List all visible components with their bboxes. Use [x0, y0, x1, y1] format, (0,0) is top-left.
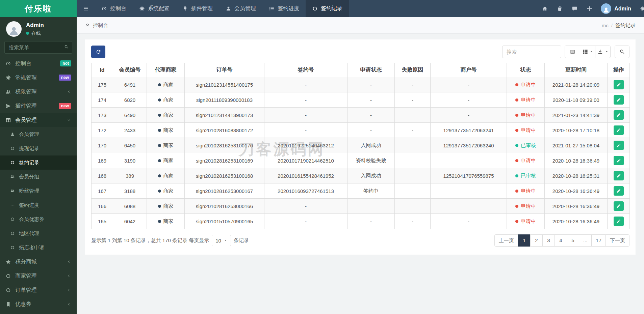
submenu-item-sign-progress[interactable]: 签约进度 — [0, 198, 77, 212]
nav-item-sign-records[interactable]: 签约记录 — [306, 0, 349, 17]
page-size-value: 10 — [215, 238, 221, 244]
pagination-page[interactable]: 3 — [542, 234, 555, 247]
home-button[interactable] — [537, 0, 552, 17]
pencil-icon — [616, 158, 621, 163]
nav-item-console[interactable]: 控制台 — [95, 0, 133, 17]
list-alt-icon — [570, 49, 575, 55]
sidebar-item-coupons[interactable]: 优惠券 — [0, 297, 77, 311]
fullscreen-button[interactable] — [582, 0, 597, 17]
tasks-icon — [269, 6, 275, 11]
record-summary: 显示第 1 到第 10 条记录，总共 170 条记录 每页显示 — [91, 237, 209, 244]
cell-updated-time: 2020-11-18 09:39:00 — [545, 92, 608, 108]
circle-icon — [5, 287, 11, 293]
column-header-order-no[interactable]: 订单号 — [185, 63, 264, 77]
submenu-item-member-groups[interactable]: 会员分组 — [0, 170, 77, 184]
submenu-item-region-agents[interactable]: 地区代理 — [0, 226, 77, 240]
edit-button[interactable] — [614, 201, 624, 211]
pagination-page[interactable]: 5 — [567, 234, 579, 247]
submenu-item-sign-records[interactable]: 签约记录 — [0, 155, 77, 170]
table-search-input[interactable] — [502, 46, 561, 58]
column-header-id[interactable]: Id — [92, 63, 113, 77]
nav-item-sign-progress[interactable]: 签约进度 — [262, 0, 306, 17]
plane-icon — [5, 103, 11, 109]
submenu-item-shop-applications[interactable]: 拓店者申请 — [0, 240, 77, 255]
edit-button[interactable] — [614, 186, 624, 196]
pagination-page[interactable]: 4 — [555, 234, 567, 247]
sidebar-toggle-button[interactable] — [77, 0, 95, 17]
page-size-select[interactable]: 10 — [212, 235, 231, 246]
sidebar-item-permissions[interactable]: 权限管理 — [0, 85, 77, 99]
column-header-merchant-no[interactable]: 商户号 — [431, 63, 507, 77]
sidebar-item-orders[interactable]: 订单管理 — [0, 283, 77, 297]
cell-merchant-no — [431, 183, 507, 199]
pagination-page[interactable]: 2 — [530, 234, 543, 247]
menu-search-input[interactable] — [4, 41, 72, 54]
edit-button[interactable] — [614, 217, 624, 226]
nav-item-plugins[interactable]: 插件管理 — [176, 0, 219, 17]
edit-button[interactable] — [614, 156, 624, 165]
column-header-status[interactable]: 状态 — [507, 63, 545, 77]
pagination-prev[interactable]: 上一页 — [494, 234, 518, 247]
sidebar-item-points-mall[interactable]: 积分商城 — [0, 255, 77, 269]
cell-apply-status: 资料校验失败 — [347, 153, 395, 168]
sidebar-item-members[interactable]: 会员管理 — [0, 113, 77, 127]
submenu-item-fans[interactable]: 粉丝管理 — [0, 184, 77, 198]
message-button[interactable] — [567, 0, 582, 17]
cell-order-no: sign20102816083800172 — [185, 123, 264, 138]
circle-icon — [10, 245, 15, 250]
online-status-label: 在线 — [31, 30, 41, 36]
cell-apply-status: - — [347, 214, 395, 229]
column-header-apply-status[interactable]: 申请状态 — [347, 63, 395, 77]
main-nav: 控制台 系统配置 插件管理 会员管理 签约进度 签约记录 Admin — [77, 0, 644, 17]
toggle-view-button[interactable] — [565, 46, 580, 58]
avatar[interactable] — [6, 21, 22, 37]
column-header-member-no[interactable]: 会员编号 — [113, 63, 147, 77]
nav-item-system-config[interactable]: 系统配置 — [133, 0, 176, 17]
records-table: Id 会员编号 代理商家 订单号 签约号 申请状态 失败原因 商户号 状态 更新… — [91, 63, 630, 229]
brand-logo[interactable]: 付乐啦 — [0, 0, 77, 17]
pencil-icon — [616, 189, 621, 193]
user-menu[interactable]: Admin — [597, 3, 635, 14]
table-row: 173 6490 商家 sign21012314413900173 - - - … — [92, 108, 630, 123]
pagination-page[interactable]: 17 — [591, 234, 606, 247]
settings-button[interactable] — [635, 0, 644, 17]
status-dot-icon — [515, 83, 518, 86]
column-header-sign-no[interactable]: 签约号 — [264, 63, 347, 77]
pagination-page[interactable]: 1 — [518, 234, 531, 247]
submenu-item-label: 拓店者申请 — [19, 245, 71, 251]
sidebar-item-plugins[interactable]: 插件管理new — [0, 99, 77, 113]
cell-agent: 商家 — [147, 92, 185, 108]
edit-button[interactable] — [614, 141, 624, 150]
status-dot-icon — [515, 159, 518, 162]
submenu-item-withdraw-records[interactable]: 提现记录 — [0, 141, 77, 155]
submenu-item-member-coupons[interactable]: 会员优惠券 — [0, 212, 77, 226]
column-header-updated[interactable]: 更新时间 — [545, 63, 608, 77]
view-button-group — [565, 46, 611, 58]
cell-order-no: sign20102816253100170 — [185, 138, 264, 153]
column-header-fail-reason[interactable]: 失败原因 — [395, 63, 431, 77]
refresh-button[interactable] — [91, 46, 105, 58]
sidebar-item-console[interactable]: 控制台hot — [0, 56, 77, 70]
edit-button[interactable] — [614, 125, 624, 135]
circle-icon — [10, 146, 15, 151]
cell-apply-status: 入网成功 — [347, 168, 395, 183]
status-badge: 已审核 — [515, 173, 536, 179]
edit-button[interactable] — [614, 80, 624, 89]
sidebar-item-general[interactable]: 常规管理new — [0, 70, 77, 85]
export-button[interactable] — [595, 46, 611, 58]
edit-button[interactable] — [614, 171, 624, 180]
search-toggle-button[interactable] — [615, 46, 629, 58]
sidebar-item-merchants[interactable]: 商家管理 — [0, 269, 77, 283]
breadcrumb[interactable]: 控制台 — [85, 22, 108, 29]
submenu-item-member-manage[interactable]: 会员管理 — [0, 127, 77, 141]
columns-button[interactable] — [580, 46, 595, 58]
column-header-agent[interactable]: 代理商家 — [147, 63, 185, 77]
nav-item-members[interactable]: 会员管理 — [219, 0, 262, 17]
edit-button[interactable] — [614, 110, 624, 120]
clear-cache-button[interactable] — [552, 0, 567, 17]
edit-button[interactable] — [614, 95, 624, 105]
column-header-operate[interactable]: 操作 — [608, 63, 630, 77]
sidebar-item-label: 积分商城 — [15, 258, 62, 265]
pagination-next[interactable]: 下一页 — [606, 234, 629, 247]
cell-merchant-no: - — [431, 92, 507, 108]
